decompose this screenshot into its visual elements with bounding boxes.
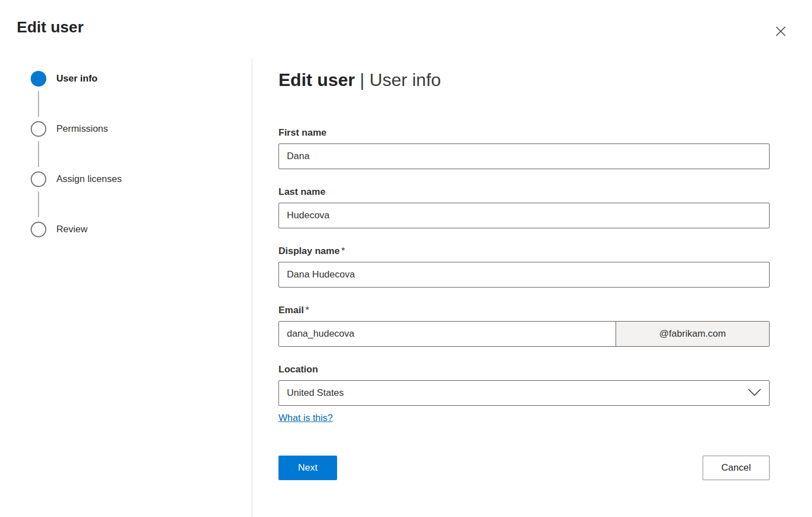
- actions-row: Next Cancel: [278, 456, 770, 480]
- required-asterisk: *: [305, 305, 309, 315]
- chevron-down-icon: [748, 387, 761, 399]
- dialog-header: Edit user: [0, 0, 812, 59]
- edit-user-form: First name Last name Display name* Email…: [278, 127, 770, 424]
- email-field-wrap: @fabrikam.com: [278, 321, 770, 347]
- display-name-group: Display name*: [278, 246, 770, 288]
- step-review[interactable]: Review: [31, 222, 252, 237]
- page-title: Edit user | User info: [278, 70, 770, 90]
- email-group: Email* @fabrikam.com: [278, 305, 770, 347]
- location-select[interactable]: United States: [278, 380, 770, 406]
- step-label: User info: [56, 73, 98, 84]
- last-name-label: Last name: [278, 186, 770, 198]
- main-pane: Edit user | User info First name Last na…: [252, 59, 812, 517]
- display-name-label-text: Display name: [278, 246, 340, 256]
- last-name-group: Last name: [278, 186, 770, 228]
- last-name-input[interactable]: [278, 203, 770, 228]
- wizard-steps: User info Permissions Assign licenses Re…: [0, 59, 252, 517]
- email-label-text: Email: [278, 305, 304, 315]
- step-circle-icon: [31, 222, 46, 237]
- what-is-this-link[interactable]: What is this?: [278, 413, 333, 424]
- display-name-label: Display name*: [278, 246, 770, 257]
- close-icon: [776, 26, 786, 36]
- step-circle-icon: [31, 121, 46, 137]
- email-label: Email*: [278, 305, 770, 316]
- first-name-label: First name: [278, 127, 770, 138]
- dialog-body: User info Permissions Assign licenses Re…: [0, 59, 812, 517]
- page-title-separator: |: [355, 70, 369, 90]
- first-name-group: First name: [278, 127, 770, 169]
- display-name-input[interactable]: [278, 262, 770, 288]
- step-label: Permissions: [56, 123, 108, 135]
- required-asterisk: *: [342, 246, 345, 256]
- step-label: Review: [56, 224, 88, 235]
- step-connector: [31, 87, 252, 121]
- close-button[interactable]: [773, 23, 789, 39]
- page-title-primary: Edit user: [278, 70, 355, 90]
- first-name-input[interactable]: [278, 143, 770, 169]
- step-connector: [31, 187, 252, 222]
- location-group: Location United States What is this?: [278, 364, 770, 424]
- location-selected-value: United States: [287, 387, 344, 399]
- cancel-button[interactable]: Cancel: [703, 456, 770, 480]
- step-circle-icon: [31, 171, 46, 187]
- step-connector: [31, 137, 252, 171]
- email-domain-suffix: @fabrikam.com: [616, 322, 769, 346]
- step-label: Assign licenses: [56, 174, 122, 185]
- page-title-secondary: User info: [369, 70, 441, 90]
- location-label: Location: [278, 364, 770, 375]
- next-button[interactable]: Next: [278, 456, 337, 480]
- email-input[interactable]: [279, 322, 616, 346]
- step-permissions[interactable]: Permissions: [31, 121, 252, 137]
- step-assign-licenses[interactable]: Assign licenses: [31, 171, 252, 187]
- step-user-info[interactable]: User info: [31, 71, 252, 87]
- dialog-title: Edit user: [17, 18, 812, 36]
- step-circle-filled-icon: [31, 71, 46, 87]
